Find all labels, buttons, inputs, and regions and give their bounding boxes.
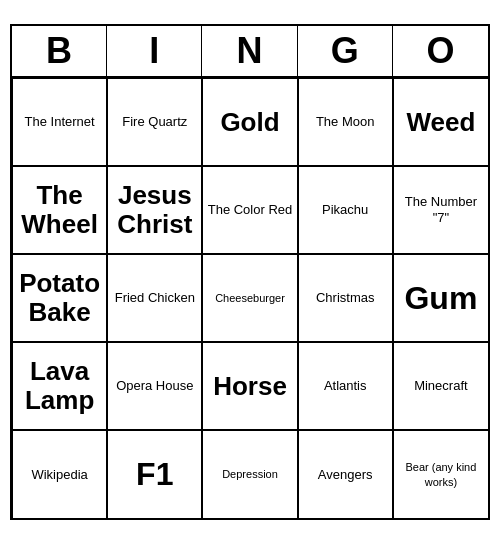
cell-label: Fire Quartz <box>122 114 187 130</box>
bingo-cell: Fire Quartz <box>107 78 202 166</box>
bingo-cell: Wikipedia <box>12 430 107 518</box>
header-letter: B <box>12 26 107 76</box>
bingo-cell: The Color Red <box>202 166 297 254</box>
bingo-cell: Pikachu <box>298 166 393 254</box>
cell-label: Jesus Christ <box>112 181 197 238</box>
bingo-cell: F1 <box>107 430 202 518</box>
bingo-cell: The Wheel <box>12 166 107 254</box>
bingo-cell: The Internet <box>12 78 107 166</box>
cell-label: Lava Lamp <box>17 357 102 414</box>
cell-label: The Moon <box>316 114 375 130</box>
cell-label: Pikachu <box>322 202 368 218</box>
header-letter: G <box>298 26 393 76</box>
bingo-cell: Cheeseburger <box>202 254 297 342</box>
bingo-cell: Christmas <box>298 254 393 342</box>
cell-label: Bear (any kind works) <box>398 460 484 489</box>
bingo-card: BINGO The InternetFire QuartzGoldThe Moo… <box>10 24 490 520</box>
cell-label: The Color Red <box>208 202 293 218</box>
cell-label: Wikipedia <box>31 467 87 483</box>
cell-label: Horse <box>213 372 287 401</box>
cell-label: The Number "7" <box>398 194 484 225</box>
cell-label: F1 <box>136 456 173 493</box>
cell-label: Depression <box>222 467 278 481</box>
bingo-header: BINGO <box>12 26 488 78</box>
bingo-cell: Minecraft <box>393 342 488 430</box>
bingo-cell: Bear (any kind works) <box>393 430 488 518</box>
header-letter: O <box>393 26 488 76</box>
bingo-cell: Avengers <box>298 430 393 518</box>
bingo-grid: The InternetFire QuartzGoldThe MoonWeedT… <box>12 78 488 518</box>
cell-label: Cheeseburger <box>215 291 285 305</box>
header-letter: N <box>202 26 297 76</box>
bingo-cell: The Moon <box>298 78 393 166</box>
cell-label: Fried Chicken <box>115 290 195 306</box>
cell-label: Gum <box>404 280 477 317</box>
bingo-cell: Gum <box>393 254 488 342</box>
bingo-cell: Lava Lamp <box>12 342 107 430</box>
bingo-cell: Fried Chicken <box>107 254 202 342</box>
cell-label: Opera House <box>116 378 193 394</box>
cell-label: Gold <box>220 108 279 137</box>
header-letter: I <box>107 26 202 76</box>
bingo-cell: Jesus Christ <box>107 166 202 254</box>
bingo-cell: Gold <box>202 78 297 166</box>
bingo-cell: Potato Bake <box>12 254 107 342</box>
cell-label: The Wheel <box>17 181 102 238</box>
bingo-cell: Atlantis <box>298 342 393 430</box>
cell-label: Atlantis <box>324 378 367 394</box>
bingo-cell: Opera House <box>107 342 202 430</box>
cell-label: Potato Bake <box>17 269 102 326</box>
cell-label: Avengers <box>318 467 373 483</box>
cell-label: Minecraft <box>414 378 467 394</box>
bingo-cell: Horse <box>202 342 297 430</box>
bingo-cell: Depression <box>202 430 297 518</box>
bingo-cell: The Number "7" <box>393 166 488 254</box>
bingo-cell: Weed <box>393 78 488 166</box>
cell-label: The Internet <box>25 114 95 130</box>
cell-label: Christmas <box>316 290 375 306</box>
cell-label: Weed <box>406 108 475 137</box>
